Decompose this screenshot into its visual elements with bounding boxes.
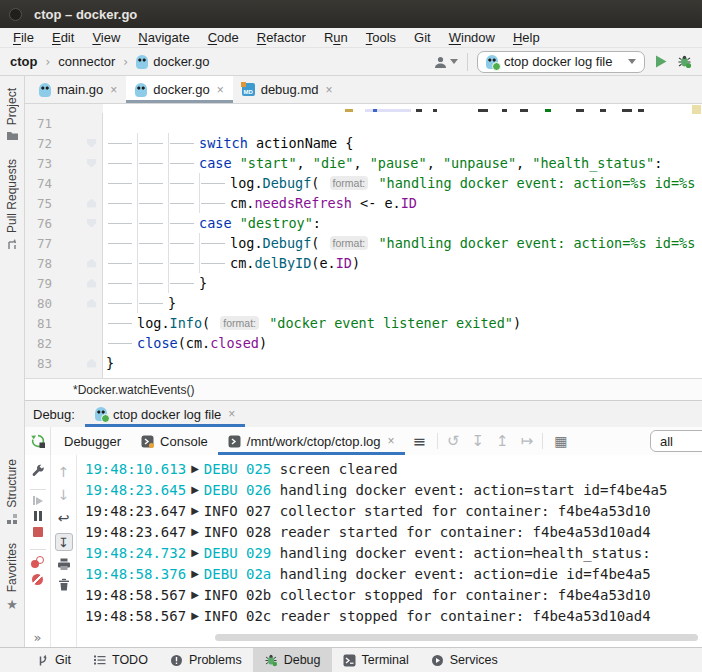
close-icon[interactable]: × (325, 83, 332, 97)
menu-view[interactable]: View (83, 30, 129, 45)
view-breakpoints-icon[interactable] (31, 556, 44, 568)
statusbar-item-git[interactable]: Git (26, 648, 82, 672)
debug-button[interactable] (677, 54, 692, 69)
stripe-item-project[interactable]: Project (0, 79, 24, 150)
line-number: 74 (25, 176, 52, 191)
code-with-me-button[interactable] (433, 55, 458, 69)
restore-layout-icon[interactable]: ▦ (546, 433, 575, 449)
print-icon[interactable] (57, 558, 71, 571)
menu-code[interactable]: Code (199, 30, 248, 45)
jump-to-end-icon[interactable]: ↦ (515, 432, 540, 450)
window-control-icon[interactable] (9, 8, 22, 21)
fold-marker-icon[interactable] (87, 299, 96, 308)
line-number: 81 (25, 316, 52, 331)
menu-window[interactable]: Window (440, 30, 504, 45)
fold-marker-icon[interactable] (87, 139, 96, 148)
breadcrumb-file[interactable]: docker.go (136, 54, 209, 69)
fold-marker-icon[interactable] (87, 159, 96, 168)
menu-git[interactable]: Git (405, 30, 440, 45)
tab-docker-go[interactable]: docker.go × (126, 76, 232, 103)
chevron-right-icon: › (45, 55, 50, 69)
close-icon[interactable]: × (217, 83, 224, 97)
code-line-77: 77log.Debugf( format: "handling docker e… (25, 233, 702, 253)
menu-tools[interactable]: Tools (357, 30, 405, 45)
stop-icon[interactable] (33, 527, 43, 537)
close-icon[interactable]: × (110, 83, 117, 97)
tab-log-file[interactable]: /mnt/work/ctop/ctop.log × (218, 427, 405, 455)
menu-file[interactable]: File (4, 30, 43, 45)
line-number: 73 (25, 156, 52, 171)
statusbar-item-problems[interactable]: Problems (159, 648, 253, 672)
statusbar-item-todo[interactable]: TODO (82, 648, 159, 672)
stripe-item-favorites[interactable]: Favorites ★ (0, 534, 24, 621)
menu-navigate[interactable]: Navigate (129, 30, 198, 45)
close-icon[interactable]: × (228, 407, 235, 421)
clipped-code-line (107, 104, 702, 113)
chevron-right-icon: › (123, 55, 128, 69)
tab-main-go[interactable]: main.go × (30, 76, 126, 103)
folder-icon (6, 130, 19, 141)
fold-marker-icon[interactable] (87, 259, 96, 268)
code-line-79: 79} (25, 273, 702, 293)
run-button[interactable] (654, 54, 668, 69)
debug-toolbar: Debugger Console /mnt/work/ctop/ctop.log… (25, 427, 702, 455)
debug-label: Debug: (33, 407, 75, 422)
menu-bar: FileEditViewNavigateCodeRefactorRunTools… (0, 28, 702, 48)
log-filter-select[interactable]: all (650, 430, 702, 452)
statusbar-item-debug[interactable]: Debug (253, 648, 332, 672)
scroll-down-icon[interactable]: ↧ (465, 432, 490, 450)
down-arrow-icon[interactable]: ↓ (58, 487, 70, 503)
view-options-icon[interactable]: ≡ (405, 432, 434, 451)
rewind-icon[interactable]: ↺ (441, 432, 466, 450)
horizontal-scrollbar[interactable] (215, 634, 698, 641)
go-file-icon (135, 83, 147, 97)
inspection-mark (692, 105, 701, 114)
method-breadcrumb[interactable]: *Docker.watchEvents() (73, 383, 194, 397)
code-line-82: 82close(cm.closed) (25, 333, 702, 353)
breadcrumb-project[interactable]: ctop (10, 54, 37, 69)
soft-wrap-icon[interactable]: ↩ (58, 510, 70, 526)
fold-marker-icon[interactable] (87, 199, 96, 208)
mute-breakpoints-icon[interactable] (32, 574, 43, 585)
log-line: 19:48:58.567▶INFO 02b collector stopped … (85, 584, 702, 605)
debug-tool-window-header: Debug: ctop docker log file × (25, 400, 702, 427)
more-actions-icon[interactable]: » (34, 630, 42, 645)
resume-icon[interactable] (33, 496, 43, 505)
chevron-down-icon (450, 59, 458, 64)
menu-edit[interactable]: Edit (43, 30, 83, 45)
menu-help[interactable]: Help (504, 30, 549, 45)
log-output[interactable]: 19:48:10.613▶DEBU 025 screen cleared19:4… (77, 458, 702, 633)
breadcrumb-package[interactable]: connector (58, 54, 115, 69)
up-arrow-icon[interactable]: ↑ (58, 464, 70, 480)
stripe-item-pull-requests[interactable]: Pull Requests (0, 150, 24, 260)
person-icon (433, 55, 448, 69)
scroll-up-icon[interactable]: ↥ (490, 432, 515, 450)
fold-marker-icon[interactable] (87, 219, 96, 228)
close-icon[interactable]: × (387, 434, 394, 448)
chevron-down-icon (628, 59, 636, 64)
title-bar: ctop – docker.go (0, 0, 702, 28)
trash-icon[interactable] (58, 578, 70, 591)
markdown-file-icon: MD (242, 83, 255, 96)
menu-refactor[interactable]: Refactor (248, 30, 315, 45)
stripe-item-structure[interactable]: Structure (0, 450, 24, 534)
tab-console[interactable]: Console (131, 427, 218, 455)
rerun-icon[interactable] (30, 433, 46, 449)
code-line-71: 71 (25, 113, 702, 133)
tab-debug-md[interactable]: MD debug.md × (233, 76, 342, 103)
statusbar-item-services[interactable]: Services (420, 648, 509, 672)
menu-run[interactable]: Run (315, 30, 357, 45)
statusbar-item-terminal[interactable]: Terminal (332, 648, 420, 672)
tab-debugger[interactable]: Debugger (54, 427, 131, 455)
fold-marker-icon[interactable] (87, 359, 96, 368)
bug-icon (264, 653, 278, 667)
scroll-to-end-icon[interactable]: ↧ (55, 533, 73, 551)
run-configuration-select[interactable]: ctop docker log file (477, 51, 645, 73)
log-line: 19:48:23.645▶DEBU 026 handling docker ev… (85, 479, 702, 500)
debug-session-tab[interactable]: ctop docker log file × (85, 401, 245, 427)
editor[interactable]: 7172switch actionName {73case "start", "… (25, 104, 702, 378)
fold-marker-icon[interactable] (87, 279, 96, 288)
pause-icon[interactable] (34, 511, 42, 521)
wrench-icon[interactable] (31, 463, 45, 477)
go-file-icon (39, 83, 51, 97)
